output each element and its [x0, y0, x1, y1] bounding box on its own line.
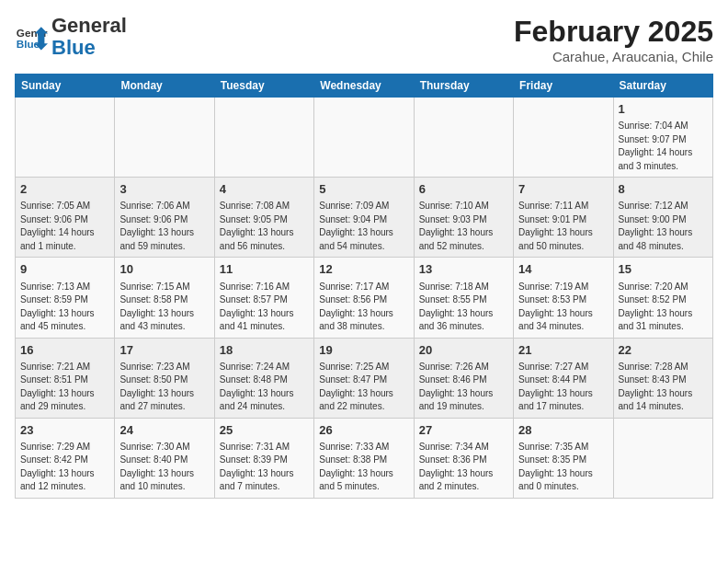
- day-number: 15: [619, 261, 708, 278]
- calendar: SundayMondayTuesdayWednesdayThursdayFrid…: [15, 74, 713, 499]
- calendar-week-row: 23Sunrise: 7:29 AM Sunset: 8:42 PM Dayli…: [16, 418, 713, 498]
- day-info: Sunrise: 7:25 AM Sunset: 8:47 PM Dayligh…: [319, 361, 408, 414]
- day-info: Sunrise: 7:19 AM Sunset: 8:53 PM Dayligh…: [518, 281, 608, 334]
- calendar-cell: 1Sunrise: 7:04 AM Sunset: 9:07 PM Daylig…: [613, 98, 712, 178]
- calendar-week-row: 9Sunrise: 7:13 AM Sunset: 8:59 PM Daylig…: [16, 258, 713, 338]
- day-number: 21: [518, 342, 608, 359]
- weekday-header: Wednesday: [314, 75, 414, 98]
- day-number: 22: [619, 342, 708, 359]
- calendar-cell: 18Sunrise: 7:24 AM Sunset: 8:48 PM Dayli…: [214, 338, 313, 418]
- calendar-cell: 7Sunrise: 7:11 AM Sunset: 9:01 PM Daylig…: [514, 178, 613, 258]
- calendar-cell: [214, 98, 313, 178]
- calendar-cell: 23Sunrise: 7:29 AM Sunset: 8:42 PM Dayli…: [16, 418, 115, 498]
- month-title: February 2025: [514, 15, 713, 49]
- calendar-cell: 28Sunrise: 7:35 AM Sunset: 8:35 PM Dayli…: [514, 418, 613, 498]
- day-info: Sunrise: 7:35 AM Sunset: 8:35 PM Dayligh…: [518, 441, 608, 494]
- calendar-cell: 6Sunrise: 7:10 AM Sunset: 9:03 PM Daylig…: [414, 178, 513, 258]
- title-area: February 2025 Carahue, Araucania, Chile: [514, 15, 713, 64]
- day-number: 4: [220, 181, 309, 198]
- day-info: Sunrise: 7:27 AM Sunset: 8:44 PM Dayligh…: [518, 361, 608, 414]
- calendar-cell: 15Sunrise: 7:20 AM Sunset: 8:52 PM Dayli…: [613, 258, 712, 338]
- calendar-week-row: 2Sunrise: 7:05 AM Sunset: 9:06 PM Daylig…: [16, 178, 713, 258]
- calendar-cell: [16, 98, 115, 178]
- day-info: Sunrise: 7:05 AM Sunset: 9:06 PM Dayligh…: [20, 200, 109, 253]
- day-number: 10: [119, 261, 209, 278]
- day-number: 7: [518, 181, 608, 198]
- calendar-cell: 8Sunrise: 7:12 AM Sunset: 9:00 PM Daylig…: [613, 178, 712, 258]
- logo-icon: General Blue: [15, 20, 48, 53]
- calendar-cell: 25Sunrise: 7:31 AM Sunset: 8:39 PM Dayli…: [214, 418, 313, 498]
- day-info: Sunrise: 7:06 AM Sunset: 9:06 PM Dayligh…: [119, 200, 209, 253]
- calendar-cell: 22Sunrise: 7:28 AM Sunset: 8:43 PM Dayli…: [613, 338, 712, 418]
- calendar-cell: 24Sunrise: 7:30 AM Sunset: 8:40 PM Dayli…: [115, 418, 214, 498]
- day-number: 26: [319, 422, 408, 439]
- calendar-cell: 10Sunrise: 7:15 AM Sunset: 8:58 PM Dayli…: [115, 258, 214, 338]
- calendar-cell: [115, 98, 214, 178]
- calendar-cell: 26Sunrise: 7:33 AM Sunset: 8:38 PM Dayli…: [314, 418, 414, 498]
- day-number: 18: [220, 342, 309, 359]
- calendar-header-row: SundayMondayTuesdayWednesdayThursdayFrid…: [16, 75, 713, 98]
- day-info: Sunrise: 7:15 AM Sunset: 8:58 PM Dayligh…: [119, 281, 209, 334]
- day-info: Sunrise: 7:23 AM Sunset: 8:50 PM Dayligh…: [119, 361, 209, 414]
- day-number: 1: [619, 101, 708, 118]
- day-info: Sunrise: 7:17 AM Sunset: 8:56 PM Dayligh…: [319, 281, 408, 334]
- day-number: 20: [419, 342, 508, 359]
- day-number: 2: [20, 181, 109, 198]
- day-info: Sunrise: 7:33 AM Sunset: 8:38 PM Dayligh…: [319, 441, 408, 494]
- calendar-cell: 20Sunrise: 7:26 AM Sunset: 8:46 PM Dayli…: [414, 338, 513, 418]
- day-info: Sunrise: 7:34 AM Sunset: 8:36 PM Dayligh…: [419, 441, 508, 494]
- svg-text:Blue: Blue: [17, 38, 40, 50]
- day-number: 27: [419, 422, 508, 439]
- calendar-cell: 9Sunrise: 7:13 AM Sunset: 8:59 PM Daylig…: [16, 258, 115, 338]
- weekday-header: Thursday: [414, 75, 513, 98]
- day-info: Sunrise: 7:30 AM Sunset: 8:40 PM Dayligh…: [119, 441, 209, 494]
- day-number: 5: [319, 181, 408, 198]
- weekday-header: Monday: [115, 75, 214, 98]
- weekday-header: Tuesday: [214, 75, 313, 98]
- weekday-header: Saturday: [613, 75, 712, 98]
- day-number: 28: [518, 422, 608, 439]
- calendar-cell: [613, 418, 712, 498]
- day-info: Sunrise: 7:08 AM Sunset: 9:05 PM Dayligh…: [220, 200, 309, 253]
- calendar-cell: 19Sunrise: 7:25 AM Sunset: 8:47 PM Dayli…: [314, 338, 414, 418]
- logo: General Blue General Blue: [15, 15, 127, 59]
- day-info: Sunrise: 7:21 AM Sunset: 8:51 PM Dayligh…: [20, 361, 109, 414]
- day-info: Sunrise: 7:28 AM Sunset: 8:43 PM Dayligh…: [619, 361, 708, 414]
- day-number: 8: [619, 181, 708, 198]
- calendar-cell: 3Sunrise: 7:06 AM Sunset: 9:06 PM Daylig…: [115, 178, 214, 258]
- day-info: Sunrise: 7:13 AM Sunset: 8:59 PM Dayligh…: [20, 281, 109, 334]
- logo-text: General Blue: [51, 15, 127, 59]
- calendar-cell: 16Sunrise: 7:21 AM Sunset: 8:51 PM Dayli…: [16, 338, 115, 418]
- day-info: Sunrise: 7:24 AM Sunset: 8:48 PM Dayligh…: [220, 361, 309, 414]
- weekday-header: Sunday: [16, 75, 115, 98]
- day-info: Sunrise: 7:04 AM Sunset: 9:07 PM Dayligh…: [619, 120, 708, 173]
- calendar-cell: 14Sunrise: 7:19 AM Sunset: 8:53 PM Dayli…: [514, 258, 613, 338]
- calendar-week-row: 16Sunrise: 7:21 AM Sunset: 8:51 PM Dayli…: [16, 338, 713, 418]
- day-info: Sunrise: 7:09 AM Sunset: 9:04 PM Dayligh…: [319, 200, 408, 253]
- calendar-week-row: 1Sunrise: 7:04 AM Sunset: 9:07 PM Daylig…: [16, 98, 713, 178]
- calendar-cell: 21Sunrise: 7:27 AM Sunset: 8:44 PM Dayli…: [514, 338, 613, 418]
- day-info: Sunrise: 7:12 AM Sunset: 9:00 PM Dayligh…: [619, 200, 708, 253]
- location: Carahue, Araucania, Chile: [514, 49, 713, 64]
- calendar-cell: [414, 98, 513, 178]
- weekday-header: Friday: [514, 75, 613, 98]
- day-info: Sunrise: 7:29 AM Sunset: 8:42 PM Dayligh…: [20, 441, 109, 494]
- calendar-cell: 17Sunrise: 7:23 AM Sunset: 8:50 PM Dayli…: [115, 338, 214, 418]
- calendar-cell: 27Sunrise: 7:34 AM Sunset: 8:36 PM Dayli…: [414, 418, 513, 498]
- calendar-cell: 11Sunrise: 7:16 AM Sunset: 8:57 PM Dayli…: [214, 258, 313, 338]
- day-info: Sunrise: 7:31 AM Sunset: 8:39 PM Dayligh…: [220, 441, 309, 494]
- day-number: 14: [518, 261, 608, 278]
- day-info: Sunrise: 7:10 AM Sunset: 9:03 PM Dayligh…: [419, 200, 508, 253]
- day-number: 13: [419, 261, 508, 278]
- header: General Blue General Blue February 2025 …: [15, 15, 713, 64]
- day-info: Sunrise: 7:16 AM Sunset: 8:57 PM Dayligh…: [220, 281, 309, 334]
- day-number: 23: [20, 422, 109, 439]
- calendar-cell: 13Sunrise: 7:18 AM Sunset: 8:55 PM Dayli…: [414, 258, 513, 338]
- calendar-cell: [314, 98, 414, 178]
- day-info: Sunrise: 7:11 AM Sunset: 9:01 PM Dayligh…: [518, 200, 608, 253]
- day-number: 9: [20, 261, 109, 278]
- day-number: 6: [419, 181, 508, 198]
- calendar-cell: 5Sunrise: 7:09 AM Sunset: 9:04 PM Daylig…: [314, 178, 414, 258]
- day-number: 24: [119, 422, 209, 439]
- day-number: 19: [319, 342, 408, 359]
